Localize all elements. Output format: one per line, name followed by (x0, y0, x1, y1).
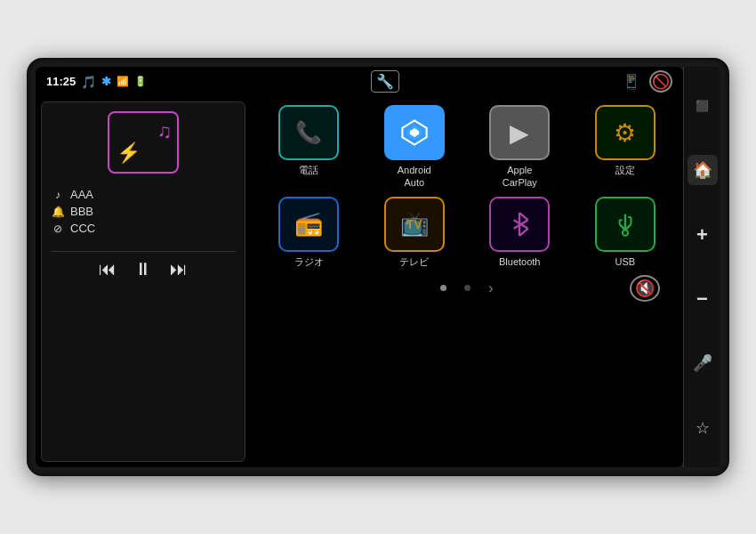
app-usb[interactable]: USB (576, 197, 675, 268)
app-tv[interactable]: 📺 TV テレビ (366, 197, 464, 268)
tool-icon[interactable]: 🔧 (371, 70, 399, 93)
status-bar: 11:25 🎵 ✱ 📶 🔋 🔧 📱 🚫 (36, 67, 683, 96)
mute-icon[interactable]: 🔇 (630, 275, 660, 302)
main-content: ⚡ ♫ ♪ AAA 🔔 BBB ⊘ CCC (36, 96, 683, 467)
volume-up-button[interactable]: + (688, 220, 718, 250)
tv-icon-box: 📺 TV (384, 197, 445, 252)
app-grid: 📞 電話 AndroidAuto (256, 101, 678, 271)
tel-label: 電話 (299, 164, 318, 176)
bluetooth-svg-icon (505, 210, 534, 239)
gear-icon: ⚙ (614, 118, 636, 148)
usb-icon-box (595, 197, 655, 252)
nav-dot-1 (440, 285, 446, 291)
settings-icon-box: ⚙ (595, 105, 655, 160)
radio-label: ラジオ (294, 255, 324, 268)
android-auto-label: AndroidAuto (398, 164, 431, 190)
battery-icon: 🔋 (134, 76, 147, 87)
media-icon: ⚡ ♫ (108, 111, 179, 174)
app-tel[interactable]: 📞 電話 (260, 105, 358, 190)
svg-point-15 (623, 230, 628, 235)
android-auto-svg (399, 117, 430, 148)
bell-icon: 🔔 (51, 206, 65, 218)
track-label-bbb: BBB (70, 205, 93, 218)
car-head-unit: 11:25 🎵 ✱ 📶 🔋 🔧 📱 🚫 ⚡ ♫ (27, 58, 729, 476)
time-display: 11:25 (46, 75, 76, 88)
next-button[interactable]: ⏭ (170, 259, 188, 279)
radio-icon-box: 📻 (278, 197, 339, 252)
tel-icon: 📞 (295, 120, 322, 145)
nav-next-arrow[interactable]: › (488, 280, 493, 296)
track-item-bbb: 🔔 BBB (51, 205, 236, 218)
music-status-icon: 🎵 (81, 75, 96, 89)
usb-svg-icon (611, 210, 639, 239)
music-note-icon: ♫ (157, 120, 173, 143)
bluetooth-icon-box (489, 197, 550, 252)
bottom-nav: › 🔇 (256, 275, 678, 302)
track-item-aaa: ♪ AAA (51, 188, 236, 201)
tv-label: テレビ (399, 255, 429, 268)
prev-button[interactable]: ⏮ (99, 259, 117, 279)
phone-icon[interactable]: 📱 (623, 73, 640, 90)
carplay-label: AppleCarPlay (503, 164, 537, 190)
usb-plug-icon: ⚡ (117, 142, 141, 165)
display-screen: 11:25 🎵 ✱ 📶 🔋 🔧 📱 🚫 ⚡ ♫ (36, 67, 683, 467)
microphone-button[interactable]: 🎤 (688, 348, 718, 378)
bluetooth-label: Bluetooth (499, 255, 540, 268)
pause-button[interactable]: ⏸ (134, 259, 152, 279)
player-controls: ⏮ ⏸ ⏭ (51, 251, 236, 287)
favorite-button[interactable]: ☆ (688, 413, 718, 443)
radio-icon: 📻 (294, 210, 323, 238)
settings-label: 設定 (615, 164, 635, 176)
app-carplay[interactable]: ▶ AppleCarPlay (470, 105, 569, 190)
volume-down-button[interactable]: − (688, 284, 718, 314)
app-settings[interactable]: ⚙ 設定 (576, 105, 675, 190)
power-indicator: ⬛ (688, 91, 718, 121)
svg-line-6 (519, 228, 528, 235)
track-item-ccc: ⊘ CCC (51, 222, 236, 235)
app-bluetooth[interactable]: Bluetooth (470, 197, 569, 268)
track-label-aaa: AAA (70, 188, 93, 201)
bluetooth-status-icon: ✱ (101, 75, 111, 88)
carplay-icon-box: ▶ (489, 105, 550, 160)
signal-icon: 📶 (117, 76, 129, 87)
app-radio[interactable]: 📻 ラジオ (260, 197, 358, 268)
sidebar-right: ⬛ 🏠 + − 🎤 ☆ (683, 67, 720, 467)
tv-icon: 📺 TV (400, 210, 429, 238)
note-icon: ♪ (51, 189, 65, 201)
nav-dot-2 (464, 285, 470, 291)
track-label-ccc: CCC (70, 222, 95, 235)
home-button[interactable]: 🏠 (688, 155, 718, 185)
tel-icon-box: 📞 (278, 105, 339, 160)
block-icon: ⊘ (51, 222, 65, 235)
android-auto-icon-box (384, 105, 445, 160)
carplay-icon: ▶ (510, 118, 529, 148)
app-android-auto[interactable]: AndroidAuto (366, 105, 464, 190)
usb-label: USB (615, 255, 635, 268)
app-grid-panel: 📞 電話 AndroidAuto (251, 96, 683, 467)
svg-line-4 (519, 213, 528, 220)
track-list: ♪ AAA 🔔 BBB ⊘ CCC (51, 184, 236, 239)
no-circle-icon[interactable]: 🚫 (649, 70, 672, 93)
media-player-panel: ⚡ ♫ ♪ AAA 🔔 BBB ⊘ CCC (41, 101, 245, 462)
